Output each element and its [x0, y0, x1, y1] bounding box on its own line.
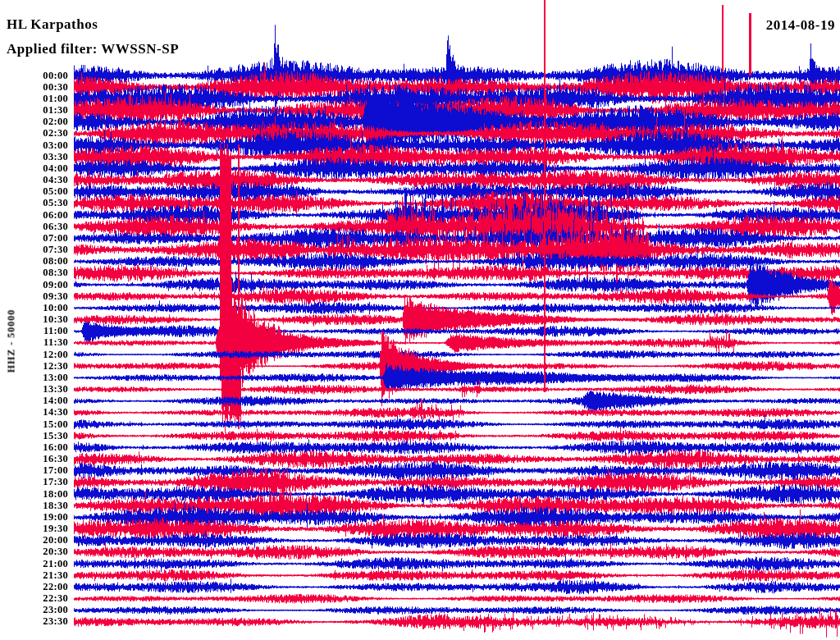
time-label: 13:30: [23, 384, 68, 395]
time-label: 08:00: [23, 256, 68, 267]
applied-filter-label: Applied filter: WWSSN-SP: [7, 41, 179, 57]
time-label: 21:30: [23, 570, 68, 581]
time-label: 19:00: [23, 512, 68, 523]
time-label: 17:00: [23, 465, 68, 476]
time-label: 03:00: [23, 140, 68, 151]
time-label: 02:00: [23, 117, 68, 127]
time-label: 09:00: [23, 280, 68, 290]
time-label: 07:00: [23, 233, 68, 244]
time-label: 08:30: [23, 267, 68, 278]
time-label: 18:00: [23, 489, 68, 500]
time-label: 07:30: [23, 245, 68, 255]
time-label: 22:00: [23, 582, 68, 592]
time-label: 14:30: [23, 407, 68, 418]
time-label: 13:00: [23, 373, 68, 383]
time-label: 09:30: [23, 291, 68, 302]
time-label: 16:00: [23, 442, 68, 453]
time-label: 10:00: [23, 303, 68, 313]
time-label: 05:30: [23, 198, 68, 208]
heliplot-page: HL Karpathos Applied filter: WWSSN-SP 20…: [0, 0, 840, 640]
time-label: 03:30: [23, 152, 68, 162]
time-label: 12:30: [23, 361, 68, 372]
time-label: 20:00: [23, 535, 68, 546]
time-label: 14:00: [23, 395, 68, 406]
time-label: 15:30: [23, 431, 68, 441]
time-label: 01:00: [23, 94, 68, 104]
time-label: 02:30: [23, 128, 68, 139]
time-label: 11:00: [23, 326, 68, 336]
time-label: 00:00: [23, 71, 68, 81]
station-title: HL Karpathos: [7, 16, 98, 33]
helicorder-traces-canvas: [0, 0, 840, 640]
time-label: 18:30: [23, 501, 68, 511]
time-label: 12:00: [23, 350, 68, 360]
time-label: 20:30: [23, 546, 68, 557]
time-label: 23:30: [23, 616, 68, 627]
time-label: 23:00: [23, 605, 68, 615]
time-label: 11:30: [23, 337, 68, 348]
channel-scale-label: HHZ - 50000: [6, 292, 18, 391]
time-label: 06:30: [23, 222, 68, 232]
time-label: 22:30: [23, 593, 68, 604]
time-label: 16:30: [23, 454, 68, 464]
time-label: 17:30: [23, 477, 68, 487]
time-label: 00:30: [23, 82, 68, 93]
time-label: 15:00: [23, 419, 68, 430]
time-label: 10:30: [23, 314, 68, 325]
plot-date: 2014-08-19: [766, 17, 835, 34]
time-label: 19:30: [23, 523, 68, 534]
time-label: 05:00: [23, 186, 68, 197]
time-label: 04:30: [23, 175, 68, 185]
time-label: 04:00: [23, 163, 68, 174]
time-label: 21:00: [23, 559, 68, 569]
time-label: 01:30: [23, 105, 68, 116]
time-label: 06:00: [23, 210, 68, 221]
